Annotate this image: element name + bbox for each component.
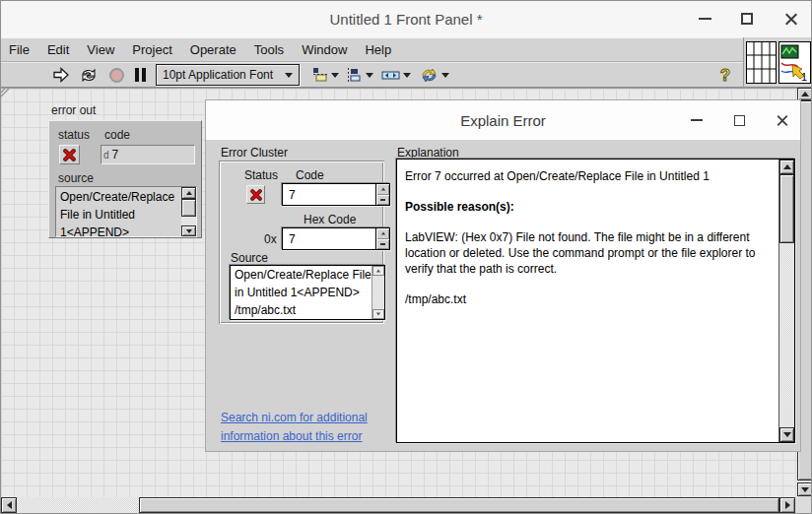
scroll-down-button[interactable] xyxy=(779,427,794,442)
status-indicator[interactable] xyxy=(246,185,265,204)
abort-button[interactable] xyxy=(106,64,126,86)
maximize-button[interactable] xyxy=(727,1,767,36)
code-spinner[interactable] xyxy=(375,184,389,205)
source-label: source xyxy=(58,171,94,185)
source-scrollbar[interactable] xyxy=(181,187,196,236)
close-button[interactable] xyxy=(771,1,810,36)
search-ni-link[interactable]: Search ni.com for additional information… xyxy=(221,409,368,446)
arrow-down-icon xyxy=(186,229,192,233)
status-label: Status xyxy=(244,168,278,182)
arrow-up-icon xyxy=(376,270,380,273)
icon-dock: 1 xyxy=(743,37,812,88)
panel-origin-marker xyxy=(1,89,13,100)
error-x-icon xyxy=(250,189,262,201)
error-source-box[interactable]: Open/Create/Replace File in Untitled 1<A… xyxy=(55,186,197,237)
scroll-up-button[interactable] xyxy=(779,160,794,174)
run-continuously-icon xyxy=(79,67,99,84)
menu-tools[interactable]: Tools xyxy=(254,42,284,57)
font-selector[interactable]: 10pt Application Font xyxy=(156,64,300,86)
increment-button[interactable] xyxy=(376,228,389,239)
menu-help[interactable]: Help xyxy=(365,42,391,57)
hex-code-value: 7 xyxy=(283,232,375,246)
scroll-down-button[interactable] xyxy=(181,225,196,236)
horizontal-scrollbar[interactable] xyxy=(1,497,795,513)
help-button[interactable]: ? xyxy=(715,64,735,86)
toolbar: 10pt Application Font xyxy=(1,63,743,88)
labview-window: Untitled 1 Front Panel * File Edit View … xyxy=(0,0,812,514)
dialog-minimize-button[interactable] xyxy=(677,102,716,138)
dialog-maximize-button[interactable] xyxy=(719,102,759,138)
source-scrollbar[interactable] xyxy=(372,266,384,319)
arrow-up-icon xyxy=(186,191,192,195)
font-selector-value: 10pt Application Font xyxy=(163,68,285,82)
arrow-left-icon xyxy=(7,501,12,509)
run-icon xyxy=(52,67,70,83)
arrow-up-icon xyxy=(783,164,791,169)
menu-window[interactable]: Window xyxy=(302,42,347,57)
abort-execution-icon xyxy=(109,68,124,83)
hex-code-label: Hex Code xyxy=(304,213,356,226)
decrement-button[interactable] xyxy=(376,239,389,250)
hex-code-field[interactable]: 7 xyxy=(282,227,390,250)
align-objects-icon xyxy=(312,67,328,83)
scrollbar-corner xyxy=(795,496,812,514)
arrow-down-icon xyxy=(380,199,385,201)
error-out-cluster: status code d 7 source Open/Create/Repla… xyxy=(48,120,202,238)
scroll-thumb[interactable] xyxy=(779,174,794,243)
explain-error-dialog: Explain Error Error Cluster Status Code … xyxy=(205,99,801,452)
menu-operate[interactable]: Operate xyxy=(190,42,237,57)
error-code-field[interactable]: d 7 xyxy=(101,145,195,164)
alignment-grid-icon[interactable] xyxy=(746,41,777,84)
explanation-path: /tmp/abc.txt xyxy=(405,291,766,307)
scroll-up-button[interactable] xyxy=(181,187,196,199)
explanation-box[interactable]: Error 7 occurred at Open/Create/Replace … xyxy=(396,159,795,443)
scroll-down-button[interactable] xyxy=(372,309,384,319)
pause-icon xyxy=(135,68,139,82)
reorder-objects-button[interactable] xyxy=(419,64,450,86)
source-box[interactable]: Open/Create/Replace File in Untitled 1<A… xyxy=(230,265,385,320)
decrement-button[interactable] xyxy=(376,195,389,206)
scroll-up-button[interactable] xyxy=(372,266,384,276)
menu-project[interactable]: Project xyxy=(132,42,171,57)
maximize-icon xyxy=(741,13,753,25)
code-field[interactable]: 7 xyxy=(282,183,390,206)
explanation-scrollbar[interactable] xyxy=(778,160,794,442)
possible-reasons-header: Possible reason(s): xyxy=(405,199,766,215)
menu-edit[interactable]: Edit xyxy=(47,42,69,57)
resize-objects-button[interactable] xyxy=(380,64,412,86)
arrow-up-icon xyxy=(380,232,384,235)
arrow-down-icon xyxy=(380,243,385,245)
radix-indicator: d xyxy=(102,150,112,161)
arrow-down-icon xyxy=(801,487,809,492)
pause-button[interactable] xyxy=(131,64,149,86)
h-scroll-right-button[interactable] xyxy=(779,497,795,513)
arrow-down-icon xyxy=(783,432,791,437)
vi-icon[interactable]: 1 xyxy=(778,41,811,84)
align-objects-button[interactable] xyxy=(311,64,339,86)
error-status-indicator[interactable] xyxy=(59,145,80,164)
distribute-objects-button[interactable] xyxy=(345,64,374,86)
h-scroll-thumb[interactable] xyxy=(139,497,779,513)
h-scroll-left-button[interactable] xyxy=(1,497,17,513)
error-code-value: 7 xyxy=(112,148,119,161)
error-x-icon xyxy=(63,149,76,161)
menu-file[interactable]: File xyxy=(9,42,30,57)
window-title: Untitled 1 Front Panel * xyxy=(329,11,482,28)
code-label: Code xyxy=(296,168,324,182)
arrow-up-icon xyxy=(801,92,809,96)
dialog-close-button[interactable] xyxy=(762,102,801,138)
arrow-up-icon xyxy=(380,188,384,191)
scroll-thumb[interactable] xyxy=(181,199,196,217)
run-button[interactable] xyxy=(50,64,72,86)
minimize-button[interactable] xyxy=(685,1,724,36)
hex-spinner[interactable] xyxy=(375,228,389,249)
minimize-icon xyxy=(699,18,711,20)
v-scroll-down-button[interactable] xyxy=(797,482,812,496)
error-cluster-frame: Status Code 7 Hex Code 0x 7 xyxy=(219,161,384,324)
menu-view[interactable]: View xyxy=(87,42,114,57)
menu-bar: File Edit View Project Operate Tools Win… xyxy=(1,37,743,62)
close-icon xyxy=(784,13,797,26)
increment-button[interactable] xyxy=(376,184,389,195)
close-icon xyxy=(776,114,787,126)
run-continuously-button[interactable] xyxy=(77,64,101,86)
